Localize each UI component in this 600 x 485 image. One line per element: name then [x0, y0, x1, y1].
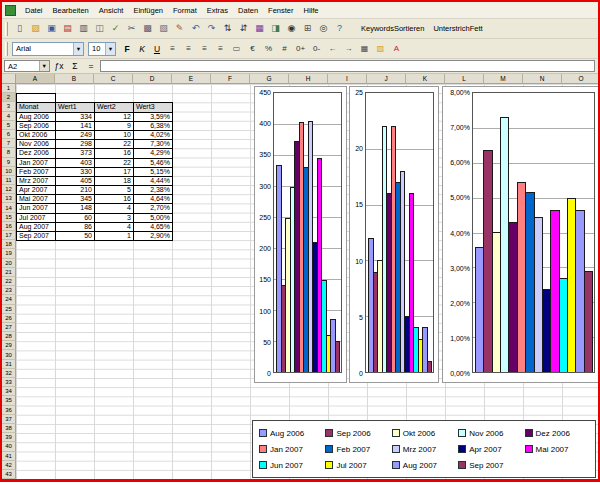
function-wizard-button[interactable]: ƒx — [52, 60, 66, 73]
table-cell[interactable]: 298 — [56, 140, 95, 149]
row-header-14[interactable]: 14 — [2, 203, 16, 212]
font-color-icon[interactable]: A — [389, 41, 404, 56]
italic-button[interactable]: K — [135, 42, 149, 56]
row-header-39[interactable]: 39 — [2, 433, 16, 442]
table-header-cell[interactable]: Wert1 — [56, 103, 95, 112]
custom-button-keywordssortieren[interactable]: KeywordsSortieren — [358, 23, 427, 34]
table-cell[interactable]: 405 — [56, 177, 95, 186]
format-paintbrush-icon[interactable]: ✎ — [172, 21, 187, 36]
sort-descending-icon[interactable]: ⇵ — [236, 21, 251, 36]
menu-ansicht[interactable]: Ansicht — [94, 2, 129, 18]
spellcheck-icon[interactable]: ✓ — [108, 21, 123, 36]
percent-format-icon[interactable]: % — [261, 41, 276, 56]
row-header-11[interactable]: 11 — [2, 176, 16, 185]
align-justified-icon[interactable]: ≡ — [213, 41, 228, 56]
standard-format-icon[interactable]: # — [277, 41, 292, 56]
table-cell[interactable]: Jul 2007 — [17, 214, 56, 223]
toolbar-grip[interactable] — [5, 42, 8, 56]
remove-decimal-icon[interactable]: 0- — [309, 41, 324, 56]
table-cell[interactable]: 3,59% — [134, 113, 173, 122]
table-cell[interactable]: Mai 2007 — [17, 195, 56, 204]
table-cell[interactable]: 373 — [56, 149, 95, 158]
table-cell[interactable]: 9 — [95, 122, 134, 131]
column-header-l[interactable]: L — [445, 74, 484, 84]
column-header-d[interactable]: D — [133, 74, 172, 84]
table-cell[interactable]: Feb 2007 — [17, 168, 56, 177]
table-cell[interactable]: 5,15% — [134, 168, 173, 177]
menu-hilfe[interactable]: Hilfe — [299, 2, 324, 18]
table-cell[interactable]: 4,29% — [134, 149, 173, 158]
help-icon[interactable]: ? — [332, 21, 347, 36]
find-replace-icon[interactable]: ◉ — [284, 21, 299, 36]
table-cell[interactable]: 4 — [95, 223, 134, 232]
font-size-combo[interactable]: 10 ▼ — [88, 42, 116, 56]
page-preview-icon[interactable]: ◫ — [92, 21, 107, 36]
row-header-33[interactable]: 33 — [2, 378, 16, 387]
table-cell[interactable]: 4,65% — [134, 223, 173, 232]
table-cell[interactable]: 345 — [56, 195, 95, 204]
row-header-29[interactable]: 29 — [2, 341, 16, 350]
chart-legend[interactable]: Aug 2006Sep 2006Okt 2006Nov 2006Dez 2006… — [252, 420, 596, 478]
select-all-corner[interactable] — [2, 74, 16, 84]
table-cell[interactable]: Mrz 2007 — [17, 177, 56, 186]
chart-wert1[interactable]: 450400350300250200150100500 — [254, 86, 347, 383]
bold-button[interactable]: F — [120, 42, 134, 56]
table-cell[interactable]: 16 — [95, 195, 134, 204]
column-header-g[interactable]: G — [250, 74, 289, 84]
row-header-30[interactable]: 30 — [2, 350, 16, 359]
formula-button[interactable]: = — [84, 60, 98, 73]
font-name-combo[interactable]: Arial ▼ — [12, 42, 84, 56]
table-cell[interactable]: 4 — [95, 204, 134, 213]
table-cell[interactable]: 6,38% — [134, 122, 173, 131]
row-header-32[interactable]: 32 — [2, 369, 16, 378]
table-cell[interactable]: 403 — [56, 159, 95, 168]
toolbar-grip[interactable] — [5, 22, 8, 36]
row-header-27[interactable]: 27 — [2, 323, 16, 332]
table-header-cell[interactable]: Monat — [17, 103, 56, 112]
sum-button[interactable]: Σ — [68, 60, 82, 73]
row-header-35[interactable]: 35 — [2, 396, 16, 405]
row-header-23[interactable]: 23 — [2, 286, 16, 295]
row-header-10[interactable]: 10 — [2, 167, 16, 176]
table-cell[interactable]: 4,44% — [134, 177, 173, 186]
row-header-2[interactable]: 2 — [2, 93, 16, 102]
table-cell[interactable]: 330 — [56, 168, 95, 177]
table-cell[interactable]: 16 — [95, 149, 134, 158]
row-header-31[interactable]: 31 — [2, 360, 16, 369]
column-header-k[interactable]: K — [406, 74, 445, 84]
row-header-5[interactable]: 5 — [2, 121, 16, 130]
row-header-36[interactable]: 36 — [2, 406, 16, 415]
borders-icon[interactable]: ▦ — [357, 41, 372, 56]
table-cell[interactable]: 334 — [56, 113, 95, 122]
row-header-26[interactable]: 26 — [2, 314, 16, 323]
table-cell[interactable]: Jan 2007 — [17, 159, 56, 168]
row-header-1[interactable]: 1 — [2, 84, 16, 93]
chart-wert3[interactable]: 8,00%7,00%6,00%5,00%4,00%3,00%2,00%1,00%… — [442, 86, 598, 383]
table-cell[interactable]: 4,02% — [134, 131, 173, 140]
row-header-17[interactable]: 17 — [2, 231, 16, 240]
zoom-icon[interactable]: ◎ — [316, 21, 331, 36]
navigator-icon[interactable]: ⊞ — [300, 21, 315, 36]
table-cell[interactable]: 10 — [95, 131, 134, 140]
print-icon[interactable]: ▥ — [76, 21, 91, 36]
menu-fenster[interactable]: Fenster — [263, 2, 298, 18]
align-right-icon[interactable]: ≡ — [197, 41, 212, 56]
formula-input[interactable] — [100, 60, 595, 72]
table-cell[interactable]: 2,70% — [134, 204, 173, 213]
chevron-down-icon[interactable]: ▼ — [39, 61, 49, 71]
align-left-icon[interactable]: ≡ — [165, 41, 180, 56]
undo-icon[interactable]: ↶ — [188, 21, 203, 36]
decrease-indent-icon[interactable]: ← — [325, 41, 340, 56]
row-header-21[interactable]: 21 — [2, 268, 16, 277]
chart-wert2[interactable]: 2520151050 — [349, 86, 439, 383]
save-icon[interactable]: ▣ — [44, 21, 59, 36]
table-cell[interactable]: Aug 2006 — [17, 113, 56, 122]
align-center-icon[interactable]: ≡ — [181, 41, 196, 56]
table-cell[interactable]: 12 — [95, 113, 134, 122]
open-icon[interactable]: ▨ — [28, 21, 43, 36]
row-header-9[interactable]: 9 — [2, 158, 16, 167]
cells-area[interactable]: MonatWert1Wert2Wert3Aug 2006334123,59%Se… — [16, 84, 598, 479]
row-header-15[interactable]: 15 — [2, 213, 16, 222]
row-header-12[interactable]: 12 — [2, 185, 16, 194]
table-cell[interactable]: 249 — [56, 131, 95, 140]
